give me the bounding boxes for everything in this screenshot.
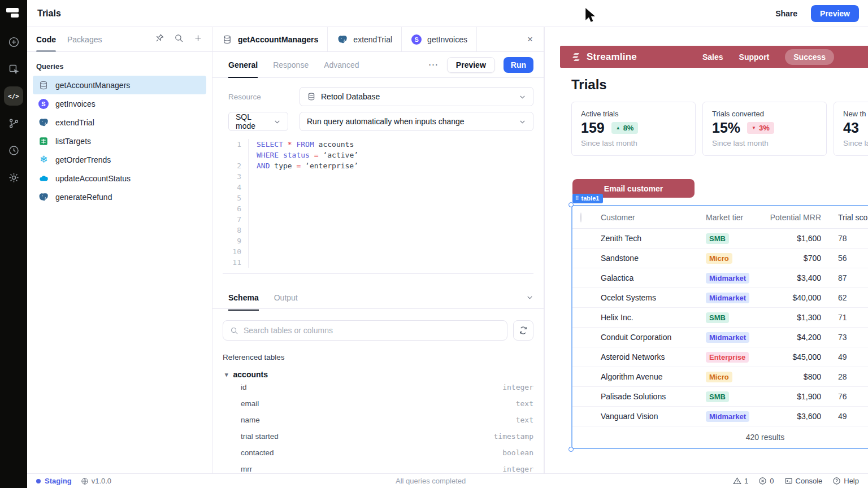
pin-icon[interactable] xyxy=(155,33,164,45)
table-widget-tag[interactable]: ⠿ table1 xyxy=(572,194,603,203)
tab-packages[interactable]: Packages xyxy=(67,27,102,52)
query-item-updateAccountStatus[interactable]: updateAccountStatus xyxy=(33,169,206,188)
tab-general[interactable]: General xyxy=(228,52,258,78)
schema-field-email: emailtext xyxy=(212,395,544,412)
close-tab-icon[interactable]: × xyxy=(517,27,544,51)
app-nav-support[interactable]: Support xyxy=(739,53,770,62)
query-item-generateRefund[interactable]: generateRefund xyxy=(33,188,206,206)
query-status-text: All queries completed xyxy=(396,477,466,485)
schema-search-input[interactable] xyxy=(244,326,500,335)
open-tab-getInvoices[interactable]: SgetInvoices xyxy=(402,27,477,51)
cell-potential-mrr: $700 xyxy=(760,254,821,263)
console-button[interactable]: Console xyxy=(784,477,823,485)
sql-mode-select[interactable]: SQL mode xyxy=(228,112,288,131)
queries-panel: Code Packages Queries getAccountManagers… xyxy=(27,27,212,473)
cell-market-tier: Midmarket xyxy=(706,273,760,284)
select-tool-icon[interactable] xyxy=(0,55,27,82)
trials-table-widget[interactable]: Customer Market tier Potential MRR Trial… xyxy=(571,205,868,449)
resource-select[interactable]: Retool Database xyxy=(300,87,533,106)
table-row[interactable]: Asteroid NetworksEnterprise$45,00049 xyxy=(572,347,868,367)
code-panel-icon[interactable]: </> xyxy=(0,82,27,110)
column-market-tier[interactable]: Market tier xyxy=(706,213,760,222)
app-nav-success[interactable]: Success xyxy=(785,49,834,65)
table-row[interactable]: Zenith TechSMB$1,60078 xyxy=(572,229,868,249)
query-item-listTargets[interactable]: listTargets xyxy=(33,132,206,150)
run-behavior-select[interactable]: Run query automatically when inputs chan… xyxy=(300,112,533,131)
settings-gear-icon[interactable] xyxy=(0,164,27,191)
errors-indicator[interactable]: 0 xyxy=(758,477,774,485)
column-trial-score[interactable]: Trial sco xyxy=(821,213,868,222)
version-label: v1.0.0 xyxy=(92,477,111,485)
sql-code-area[interactable]: SELECT * FROM accountsWHERE status = ‘ac… xyxy=(249,139,533,268)
column-potential-mrr[interactable]: Potential MRR xyxy=(760,213,821,222)
brand-name: Streamline xyxy=(587,51,637,63)
search-icon[interactable] xyxy=(174,33,184,45)
query-item-label: getAccountManagers xyxy=(55,81,130,90)
open-tab-getAccountManagers[interactable]: getAccountManagers xyxy=(212,27,328,51)
cell-market-tier: SMB xyxy=(706,391,760,402)
query-item-getAccountManagers[interactable]: getAccountManagers xyxy=(33,76,206,94)
table-row[interactable]: SandstoneMicro$70056 xyxy=(572,249,868,268)
sql-mode-value: SQL mode xyxy=(236,112,268,130)
column-customer[interactable]: Customer xyxy=(601,213,706,222)
select-all-checkbox[interactable] xyxy=(580,212,581,223)
widget-tag-label: table1 xyxy=(581,195,600,202)
queries-list: getAccountManagersSgetInvoicesextendTria… xyxy=(27,76,212,206)
cell-potential-mrr: $40,000 xyxy=(760,293,821,302)
table-row[interactable]: Ocelot SystemsMidmarket$40,00062 xyxy=(572,288,868,308)
open-tab-label: getAccountManagers xyxy=(238,35,318,44)
environment-selector[interactable]: Staging xyxy=(45,477,72,485)
selection-handle[interactable] xyxy=(568,447,574,452)
schema-field-list: idintegeremailtextnametexttrial startedt… xyxy=(212,379,544,473)
preview-app-button[interactable]: Preview xyxy=(811,5,859,22)
open-tab-extendTrial[interactable]: extendTrial xyxy=(328,27,402,51)
query-item-getInvoices[interactable]: SgetInvoices xyxy=(33,94,206,113)
cell-customer: Vanguard Vision xyxy=(601,412,706,421)
cell-customer: Conduit Corporation xyxy=(601,333,706,342)
history-icon[interactable] xyxy=(0,137,27,164)
cell-potential-mrr: $1,900 xyxy=(760,392,821,401)
table-row[interactable]: Palisade SolutionsSMB$1,90076 xyxy=(572,387,868,407)
preview-query-button[interactable]: Preview xyxy=(447,57,495,73)
table-row[interactable]: GalacticaMidmarket$3,40087 xyxy=(572,268,868,288)
cell-market-tier: Enterprise xyxy=(706,352,760,363)
plus-icon[interactable] xyxy=(193,33,203,45)
schema-table-accounts[interactable]: ▾ accounts xyxy=(223,370,533,379)
tab-code[interactable]: Code xyxy=(36,27,56,52)
query-item-extendTrial[interactable]: extendTrial xyxy=(33,113,206,132)
table-row[interactable]: Conduit CorporationMidmarket$4,20073 xyxy=(572,328,868,347)
query-item-getOrderTrends[interactable]: ❄getOrderTrends xyxy=(33,150,206,169)
query-item-label: updateAccountStatus xyxy=(55,174,131,183)
tab-response[interactable]: Response xyxy=(273,52,309,78)
app-page-title: Trials xyxy=(571,77,607,93)
refresh-schema-button[interactable] xyxy=(513,320,533,341)
run-query-button[interactable]: Run xyxy=(504,57,533,73)
help-button[interactable]: Help xyxy=(832,477,859,485)
delta-badge: ▼3% xyxy=(747,122,774,134)
left-rail: </> xyxy=(0,0,27,488)
table-row[interactable]: Vanguard VisionMidmarket$3,60049 xyxy=(572,407,868,426)
share-button[interactable]: Share xyxy=(771,6,802,21)
table-header-row: Customer Market tier Potential MRR Trial… xyxy=(572,206,868,229)
app-canvas: Streamline SalesSupportSuccess Trials Ac… xyxy=(544,27,868,473)
app-nav-sales[interactable]: Sales xyxy=(702,53,723,62)
table-row[interactable]: Algorithm AvenueMicro$80028 xyxy=(572,367,868,387)
open-tab-label: getInvoices xyxy=(427,35,467,44)
add-icon[interactable] xyxy=(0,28,27,55)
collapse-chevron-icon[interactable] xyxy=(526,294,533,301)
stripe-icon: S xyxy=(38,98,49,110)
line-number-gutter: 1234567891011 xyxy=(223,139,249,268)
table-row[interactable]: Helix Inc.SMB$1,30071 xyxy=(572,308,868,328)
tab-schema[interactable]: Schema xyxy=(228,285,259,311)
cell-trial-score: 87 xyxy=(821,273,868,282)
tab-advanced[interactable]: Advanced xyxy=(324,52,359,78)
tab-output[interactable]: Output xyxy=(274,285,298,311)
search-icon xyxy=(230,326,238,335)
database-icon xyxy=(38,80,49,91)
git-branch-icon[interactable] xyxy=(0,110,27,137)
selection-handle[interactable] xyxy=(568,202,574,207)
cell-market-tier: Midmarket xyxy=(706,332,760,343)
warnings-indicator[interactable]: 1 xyxy=(733,477,748,485)
more-menu-icon[interactable]: ⋯ xyxy=(428,59,439,71)
schema-search-field[interactable] xyxy=(223,320,507,341)
